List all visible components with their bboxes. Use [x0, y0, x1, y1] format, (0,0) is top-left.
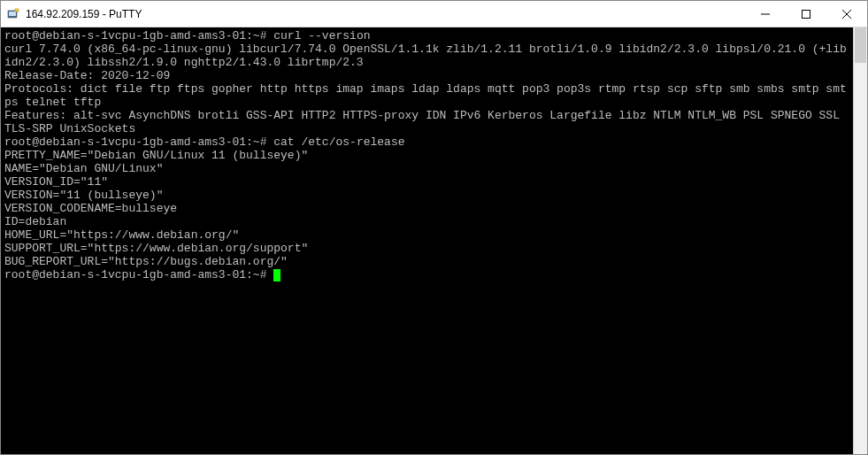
terminal-output: Protocols: dict file ftp ftps gopher htt…: [4, 82, 849, 109]
svg-rect-1: [9, 12, 16, 16]
svg-rect-2: [15, 9, 19, 12]
window-title: 164.92.209.159 - PuTTY: [26, 8, 745, 20]
putty-icon: [6, 7, 20, 21]
cursor: [273, 269, 280, 281]
svg-rect-5: [803, 10, 810, 18]
scrollbar-thumb[interactable]: [855, 27, 866, 63]
terminal-area: root@debian-s-1vcpu-1gb-amd-ams3-01:~# c…: [1, 27, 867, 454]
terminal-output: NAME="Debian GNU/Linux": [4, 162, 849, 175]
shell-prompt: root@debian-s-1vcpu-1gb-amd-ams3-01:~#: [4, 268, 266, 281]
terminal-output: VERSION="11 (bullseye)": [4, 189, 849, 202]
terminal[interactable]: root@debian-s-1vcpu-1gb-amd-ams3-01:~# c…: [1, 27, 853, 454]
scrollbar[interactable]: [853, 27, 867, 454]
minimize-button[interactable]: [745, 1, 786, 27]
command-text: cat /etc/os-release: [273, 135, 404, 149]
terminal-output: ID=debian: [4, 215, 849, 228]
terminal-output: Release-Date: 2020-12-09: [4, 69, 849, 82]
terminal-output: PRETTY_NAME="Debian GNU/Linux 11 (bullse…: [4, 149, 849, 162]
terminal-output: BUG_REPORT_URL="https://bugs.debian.org/…: [4, 255, 849, 268]
terminal-output: Features: alt-svc AsynchDNS brotli GSS-A…: [4, 109, 849, 135]
terminal-output: VERSION_ID="11": [4, 175, 849, 189]
shell-prompt: root@debian-s-1vcpu-1gb-amd-ams3-01:~#: [4, 29, 266, 42]
command-text: curl --version: [273, 29, 370, 42]
shell-prompt: root@debian-s-1vcpu-1gb-amd-ams3-01:~#: [4, 135, 266, 149]
putty-window: 164.92.209.159 - PuTTY root@debian-s-1vc…: [0, 0, 868, 455]
close-button[interactable]: [826, 1, 867, 27]
maximize-button[interactable]: [786, 1, 826, 27]
terminal-output: VERSION_CODENAME=bullseye: [4, 202, 849, 215]
titlebar[interactable]: 164.92.209.159 - PuTTY: [1, 1, 867, 27]
terminal-output: SUPPORT_URL="https://www.debian.org/supp…: [4, 242, 849, 255]
terminal-output: curl 7.74.0 (x86_64-pc-linux-gnu) libcur…: [4, 42, 849, 69]
window-controls: [745, 1, 867, 27]
terminal-output: HOME_URL="https://www.debian.org/": [4, 228, 849, 242]
